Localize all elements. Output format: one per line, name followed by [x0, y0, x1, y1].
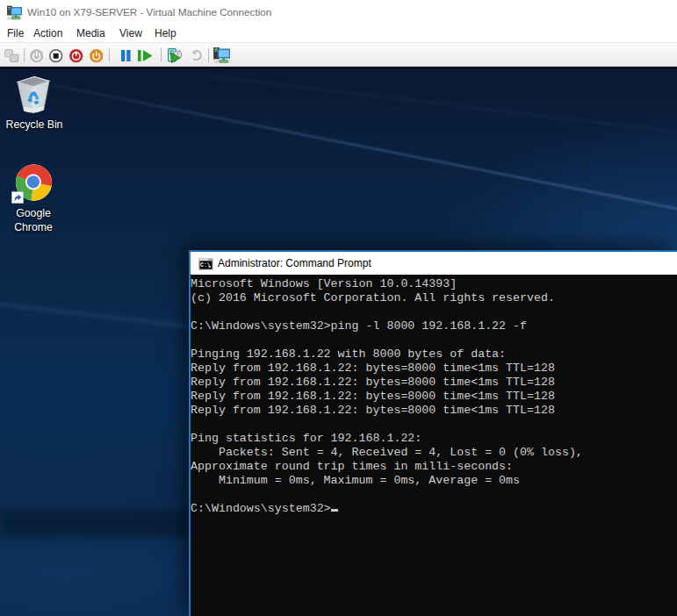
svg-text:C:\: C:\: [200, 262, 211, 269]
